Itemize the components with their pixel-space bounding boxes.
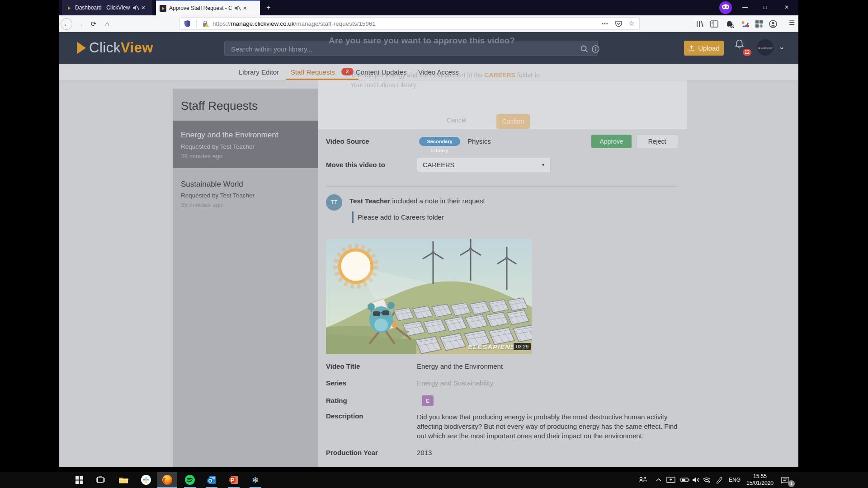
apps-grid-icon[interactable] bbox=[754, 19, 764, 29]
taskbar-clock[interactable]: 15:55 15/01/2020 bbox=[745, 473, 775, 487]
svg-text:P: P bbox=[231, 477, 234, 483]
notification-count-badge: 12 bbox=[743, 49, 751, 56]
video-title-label: Video Title bbox=[326, 362, 360, 370]
svg-text:O: O bbox=[208, 478, 212, 483]
tab-title: Approve Staff Request - Cli bbox=[169, 5, 231, 11]
battery-tray-icon[interactable] bbox=[678, 472, 691, 488]
production-year-label: Production Year bbox=[326, 449, 378, 456]
nav-tab-staff-requests[interactable]: Staff Requests bbox=[291, 68, 335, 76]
ghost-modal-body: This will put Energy and the Environment… bbox=[350, 71, 540, 79]
source-folder: Physics bbox=[467, 137, 491, 145]
jira-extension-icon[interactable] bbox=[740, 19, 750, 29]
outlook-icon[interactable]: O bbox=[202, 472, 222, 488]
tab-bar: Dashboard - ClickView ✕ Approve Staff Re… bbox=[59, 0, 798, 15]
reload-button[interactable]: ⟳ bbox=[88, 18, 99, 30]
firefox-icon[interactable] bbox=[157, 472, 177, 488]
date: 15/01/2020 bbox=[745, 480, 775, 487]
selected-folder: CAREERS bbox=[423, 161, 454, 169]
ghostery-extension-icon[interactable] bbox=[724, 19, 735, 29]
new-tab-button[interactable]: + bbox=[263, 3, 274, 13]
tab-dashboard[interactable]: Dashboard - ClickView ✕ bbox=[62, 0, 152, 15]
info-icon[interactable] bbox=[592, 45, 599, 53]
people-tray-icon[interactable] bbox=[637, 472, 649, 488]
notifications-bell-icon[interactable] bbox=[735, 39, 744, 49]
url-text[interactable]: https://manage.clickview.co.uk/manage/st… bbox=[212, 20, 376, 27]
language-indicator[interactable]: ENG bbox=[726, 472, 743, 488]
tab-approve-staff-request[interactable]: Approve Staff Request - Cli ✕ bbox=[156, 0, 260, 15]
clickview-favicon bbox=[66, 5, 72, 11]
staff-requests-sidebar: Staff Requests Energy and the Environmen… bbox=[173, 89, 318, 467]
account-icon[interactable] bbox=[768, 19, 778, 29]
wifi-tray-icon[interactable] bbox=[701, 472, 712, 488]
screen: Dashboard - ClickView ✕ Approve Staff Re… bbox=[0, 0, 868, 488]
tab-mute-icon[interactable] bbox=[132, 5, 139, 10]
page-actions-icon[interactable]: ••• bbox=[602, 21, 609, 26]
slack-icon[interactable] bbox=[136, 472, 156, 488]
approve-button[interactable]: Approve bbox=[591, 135, 632, 148]
time: 15:55 bbox=[745, 473, 775, 480]
video-thumbnail[interactable]: ELESAPIENS 03:29 bbox=[326, 239, 532, 354]
powerpoint-icon[interactable]: P bbox=[224, 472, 244, 488]
maximize-button[interactable]: □ bbox=[755, 0, 775, 15]
tab-mute-icon[interactable] bbox=[234, 5, 241, 11]
rating-badge: E bbox=[422, 395, 434, 406]
pocket-icon[interactable] bbox=[615, 20, 623, 28]
start-button[interactable] bbox=[69, 472, 89, 488]
clickview-header: ClickView Upload bbox=[59, 32, 798, 64]
snowflake-app-icon[interactable]: ❄ bbox=[245, 472, 265, 488]
move-video-label: Move this video to bbox=[326, 161, 385, 169]
note-header: Test Teacher included a note in their re… bbox=[349, 197, 485, 205]
sidebar-title: Staff Requests bbox=[181, 99, 258, 113]
ghost-confirm-button: Confirm bbox=[496, 114, 530, 129]
hamburger-menu-icon[interactable]: ☰ bbox=[789, 19, 795, 27]
ghost-cancel-button: Cancel bbox=[443, 117, 470, 124]
tab-close-icon[interactable]: ✕ bbox=[241, 5, 249, 11]
user-avatar[interactable]: ▶ClickView bbox=[757, 39, 774, 56]
action-center-badge: 1 bbox=[788, 480, 795, 487]
forward-button[interactable]: → bbox=[74, 18, 86, 30]
description-value: Did you know that producing energy is pr… bbox=[417, 412, 688, 441]
windows-taskbar: O P ❄ ENG bbox=[0, 472, 868, 488]
spotify-icon[interactable] bbox=[180, 472, 200, 488]
task-view-button[interactable] bbox=[90, 472, 110, 488]
search-icon[interactable] bbox=[580, 45, 588, 53]
pen-tray-icon[interactable] bbox=[713, 472, 725, 488]
nav-tab-library-editor[interactable]: Library Editor bbox=[239, 68, 279, 76]
teacher-avatar: TT bbox=[326, 194, 342, 211]
url-bar[interactable]: https://manage.clickview.co.uk/manage/st… bbox=[179, 17, 640, 30]
video-title-value: Energy and the Environment bbox=[417, 362, 503, 370]
bookmark-star-icon[interactable]: ☆ bbox=[629, 19, 635, 28]
tab-close-icon[interactable]: ✕ bbox=[139, 5, 147, 11]
active-tab-underline bbox=[286, 79, 359, 80]
request-list-item-selected[interactable]: Energy and the Environment Requested by … bbox=[173, 121, 318, 168]
upload-button[interactable]: Upload bbox=[684, 41, 724, 56]
minimize-button[interactable]: — bbox=[735, 0, 755, 15]
section-divider bbox=[326, 186, 678, 187]
firefox-window: Dashboard - ClickView ✕ Approve Staff Re… bbox=[59, 0, 798, 467]
back-button[interactable]: ← bbox=[61, 18, 72, 30]
select-caret-icon: ▼ bbox=[541, 163, 545, 167]
producer-watermark: ELESAPIENS bbox=[468, 343, 515, 351]
home-button[interactable]: ⌂ bbox=[101, 18, 113, 30]
tracking-shield-icon[interactable] bbox=[184, 20, 191, 28]
file-explorer-icon[interactable] bbox=[113, 472, 133, 488]
rating-label: Rating bbox=[326, 397, 347, 404]
production-year-value: 2013 bbox=[417, 449, 432, 456]
reject-button[interactable]: Reject bbox=[636, 135, 678, 148]
destination-folder-select[interactable]: CAREERS ▼ bbox=[417, 158, 551, 172]
section-divider bbox=[318, 129, 687, 129]
clickview-logo[interactable]: ClickView bbox=[77, 40, 153, 56]
insecure-lock-icon[interactable] bbox=[202, 20, 210, 28]
mask-extension-icon[interactable] bbox=[719, 1, 732, 14]
source-library-badge: Secondary Library bbox=[419, 137, 460, 146]
sidebar-toggle-icon[interactable] bbox=[709, 19, 720, 29]
account-chevron-icon[interactable]: ⌄ bbox=[778, 42, 785, 52]
thumbnail-illustration bbox=[326, 239, 532, 354]
library-icon[interactable] bbox=[694, 19, 705, 29]
cast-display-tray-icon[interactable] bbox=[665, 472, 677, 488]
clickview-page: ClickView Upload bbox=[59, 32, 798, 467]
tab-title: Dashboard - ClickView bbox=[75, 5, 130, 11]
request-list-item[interactable]: Sustainable World Requested by Test Teac… bbox=[173, 177, 318, 218]
close-button[interactable]: ✕ bbox=[777, 0, 797, 15]
hidden-icons-chevron[interactable] bbox=[653, 472, 665, 488]
